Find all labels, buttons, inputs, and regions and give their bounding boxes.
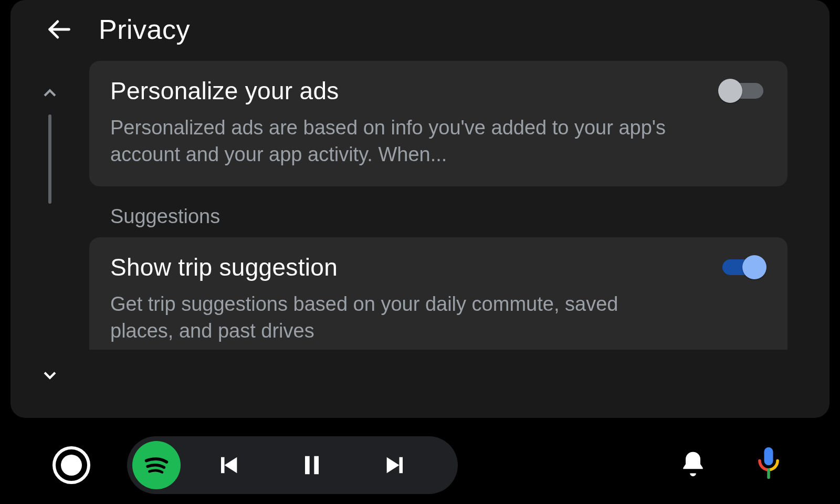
header: Privacy <box>10 0 830 51</box>
scrollbar[interactable] <box>48 114 51 322</box>
system-bar <box>0 426 840 504</box>
settings-body: Personalize your ads Personalized ads ar… <box>10 51 830 417</box>
setting-title: Show trip suggestion <box>110 253 338 281</box>
previous-track-button[interactable] <box>186 452 270 479</box>
pause-button[interactable] <box>270 452 354 479</box>
status-icons <box>678 447 840 483</box>
next-track-button[interactable] <box>354 452 438 479</box>
settings-list: Personalize your ads Personalized ads ar… <box>89 51 830 417</box>
svg-rect-1 <box>764 447 773 465</box>
toggle-knob <box>742 255 766 279</box>
page-title: Privacy <box>99 14 190 45</box>
assistant-mic-button[interactable] <box>755 447 782 483</box>
toggle-trip-suggestion[interactable] <box>718 255 766 279</box>
setting-personalize-ads[interactable]: Personalize your ads Personalized ads ar… <box>89 61 788 186</box>
setting-trip-suggestion[interactable]: Show trip suggestion Get trip suggestion… <box>89 237 788 350</box>
notifications-button[interactable] <box>678 449 708 481</box>
back-button[interactable] <box>42 13 76 46</box>
media-controls <box>127 436 458 494</box>
settings-screen: Privacy Personalize your ads <box>10 0 830 418</box>
scroll-down-button[interactable] <box>39 364 60 385</box>
setting-title: Personalize your ads <box>110 77 339 105</box>
section-label-suggestions: Suggestions <box>110 205 788 228</box>
toggle-knob <box>718 79 742 103</box>
setting-description: Personalized ads are based on info you'v… <box>110 114 667 169</box>
launcher-icon <box>61 455 82 476</box>
toggle-personalize-ads[interactable] <box>718 79 766 103</box>
spotify-icon[interactable] <box>132 441 181 489</box>
launcher-button[interactable] <box>52 446 90 484</box>
setting-description: Get trip suggestions based on your daily… <box>110 291 667 345</box>
scrollbar-thumb[interactable] <box>48 114 51 204</box>
scroll-up-button[interactable] <box>39 83 60 104</box>
scroll-column <box>10 51 89 417</box>
